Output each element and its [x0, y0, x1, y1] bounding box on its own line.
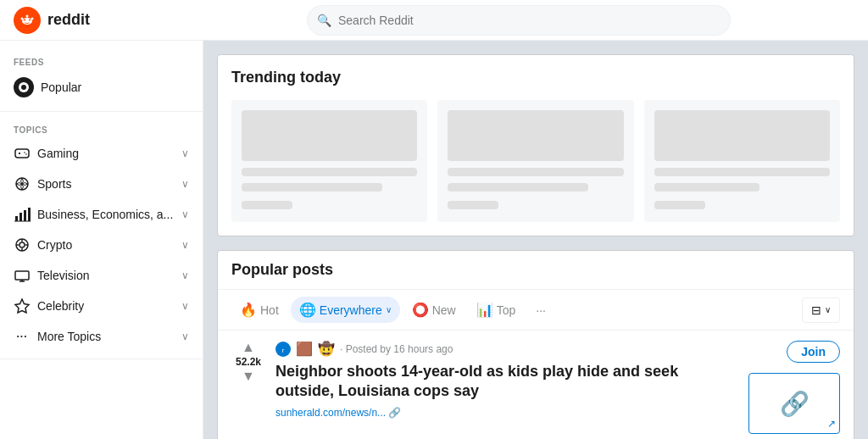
post-thumbnail-area: Join 🔗 ↗ — [748, 341, 840, 434]
more-topics-icon: ··· — [14, 328, 31, 345]
svg-marker-31 — [15, 299, 29, 313]
skeleton-small-1 — [242, 201, 292, 209]
crypto-chevron: ∨ — [181, 239, 189, 251]
business-label: Business, Economics, a... — [37, 208, 175, 221]
filter-top-btn[interactable]: 📊 Top — [468, 297, 525, 323]
sidebar-item-more-topics[interactable]: ··· More Topics ∨ — [0, 321, 203, 352]
svg-point-6 — [21, 17, 24, 19]
svg-point-10 — [21, 85, 26, 90]
svg-rect-28 — [15, 271, 29, 280]
layout-chevron: ∨ — [825, 305, 831, 314]
layout-icon: ⊟ — [811, 303, 821, 317]
television-label: Television — [37, 269, 175, 282]
hot-icon: 🔥 — [240, 302, 257, 318]
post-meta-text: · Posted by 16 hours ago — [340, 343, 453, 355]
popular-label: Popular — [41, 81, 189, 94]
filter-more-btn[interactable]: ··· — [527, 298, 554, 322]
filter-hot-btn[interactable]: 🔥 Hot — [231, 297, 287, 323]
sidebar-item-gaming[interactable]: Gaming ∨ — [0, 138, 203, 169]
sidebar-item-celebrity[interactable]: Celebrity ∨ — [0, 291, 203, 321]
gaming-icon — [14, 145, 31, 162]
feeds-label: FEEDS — [0, 51, 203, 70]
upvote-arrow[interactable]: ▲ — [242, 341, 255, 354]
skeleton-line-1b — [242, 183, 382, 192]
gaming-label: Gaming — [37, 147, 175, 160]
svg-point-14 — [24, 152, 25, 153]
sidebar-item-crypto[interactable]: Crypto ∨ — [0, 230, 203, 260]
top-icon: 📊 — [476, 302, 493, 318]
popular-posts-title: Popular posts — [218, 251, 854, 290]
sports-label: Sports — [37, 177, 175, 191]
top-nav: reddit 🔍 — [0, 0, 868, 41]
logo-text: reddit — [47, 11, 90, 29]
skeleton-line-3a — [654, 168, 830, 176]
join-button[interactable]: Join — [787, 341, 840, 363]
thumbnail-corner-icon: ↗ — [827, 418, 836, 430]
search-icon: 🔍 — [317, 14, 331, 27]
crypto-label: Crypto — [37, 238, 175, 252]
trending-cards — [231, 100, 840, 222]
more-topics-chevron: ∨ — [181, 331, 189, 342]
skeleton-image-2 — [448, 110, 623, 161]
skeleton-line-2a — [448, 168, 623, 176]
layout-toggle-btn[interactable]: ⊟ ∨ — [802, 297, 840, 323]
skeleton-small-3 — [654, 201, 705, 209]
trending-card-3 — [644, 100, 840, 222]
celebrity-chevron: ∨ — [181, 300, 189, 312]
filter-new-btn[interactable]: ⭕ New — [403, 297, 465, 323]
skeleton-line-2b — [448, 183, 588, 192]
sidebar-item-popular[interactable]: Popular — [0, 70, 203, 104]
sports-chevron: ∨ — [181, 178, 189, 190]
skeleton-line-3b — [654, 183, 760, 192]
divider — [0, 111, 203, 112]
filter-everywhere-btn[interactable]: 🌐 Everywhere ∨ — [291, 297, 400, 323]
logo-area: reddit — [14, 7, 183, 34]
crypto-icon — [14, 236, 31, 253]
thumbnail-icon: 🔗 — [780, 390, 810, 418]
vote-count: 52.2k — [236, 356, 261, 368]
sidebar-item-television[interactable]: Television ∨ — [0, 260, 203, 291]
trending-title: Trending today — [231, 69, 840, 86]
celebrity-label: Celebrity — [37, 299, 175, 313]
svg-text:r: r — [282, 346, 285, 353]
post-thumbnail: 🔗 ↗ — [748, 373, 840, 434]
post-vote-area: ▲ 52.2k ▼ — [231, 341, 265, 383]
posts-filter-bar: 🔥 Hot 🌐 Everywhere ∨ ⭕ New 📊 Top ·· — [218, 290, 854, 331]
svg-rect-11 — [15, 149, 29, 158]
reddit-logo[interactable] — [14, 7, 41, 34]
post-content: r 🟫 🤠 · Posted by 16 hours ago Neighbor … — [275, 341, 738, 419]
television-chevron: ∨ — [181, 270, 189, 281]
sports-icon — [14, 175, 31, 192]
subreddit-icon: r — [275, 342, 291, 357]
skeleton-image-1 — [242, 110, 417, 161]
skeleton-small-2 — [448, 201, 498, 209]
svg-point-23 — [19, 242, 25, 247]
filter-new-label: New — [432, 303, 456, 317]
svg-rect-20 — [28, 208, 31, 221]
gaming-chevron: ∨ — [181, 147, 189, 159]
svg-point-7 — [31, 17, 34, 19]
post-link[interactable]: sunherald.com/news/n... 🔗 — [275, 407, 738, 419]
post-meta: r 🟫 🤠 · Posted by 16 hours ago — [275, 341, 738, 357]
topics-label: TOPICS — [0, 119, 203, 138]
filter-more-label: ··· — [536, 303, 546, 317]
svg-point-3 — [29, 19, 31, 20]
search-input[interactable] — [307, 5, 731, 36]
downvote-arrow[interactable]: ▼ — [242, 370, 255, 383]
everywhere-icon: 🌐 — [299, 302, 316, 318]
sidebar-item-sports[interactable]: Sports ∨ — [0, 169, 203, 199]
everywhere-chevron: ∨ — [386, 305, 392, 314]
svg-rect-18 — [19, 213, 22, 221]
search-bar: 🔍 — [307, 5, 731, 36]
trending-section: Trending today — [217, 54, 854, 236]
main-content: Trending today — [203, 41, 868, 439]
popular-posts-section: Popular posts 🔥 Hot 🌐 Everywhere ∨ ⭕ New — [217, 250, 854, 439]
trending-card-1 — [231, 100, 427, 222]
more-topics-label: More Topics — [37, 330, 175, 343]
celebrity-icon — [14, 297, 31, 314]
post-title[interactable]: Neighbor shoots 14-year-old as kids play… — [275, 362, 738, 402]
filter-top-label: Top — [497, 303, 516, 317]
popular-icon — [14, 77, 34, 97]
sidebar-item-business[interactable]: Business, Economics, a... ∨ — [0, 199, 203, 230]
sidebar: FEEDS Popular TOPICS — [0, 41, 203, 439]
